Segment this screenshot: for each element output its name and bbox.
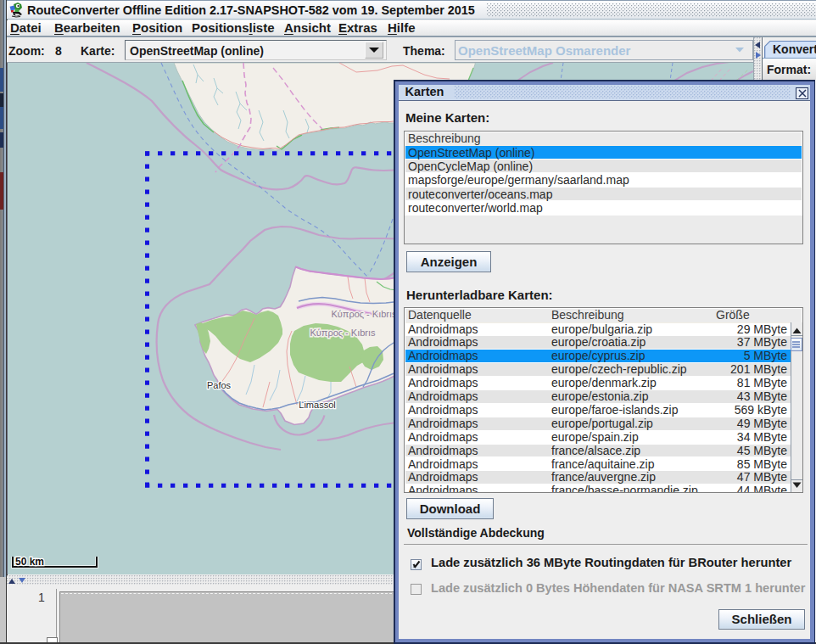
svg-text:Κύπρος - Κıbrıs: Κύπρος - Κıbrıs (310, 328, 376, 338)
svg-text:Pafos: Pafos (207, 380, 232, 390)
svg-text:Κύπρος - Κıbrıs: Κύπρος - Κıbrıs (331, 309, 397, 319)
svg-text:50 km: 50 km (15, 556, 44, 568)
svg-text:Limassol: Limassol (299, 400, 335, 410)
